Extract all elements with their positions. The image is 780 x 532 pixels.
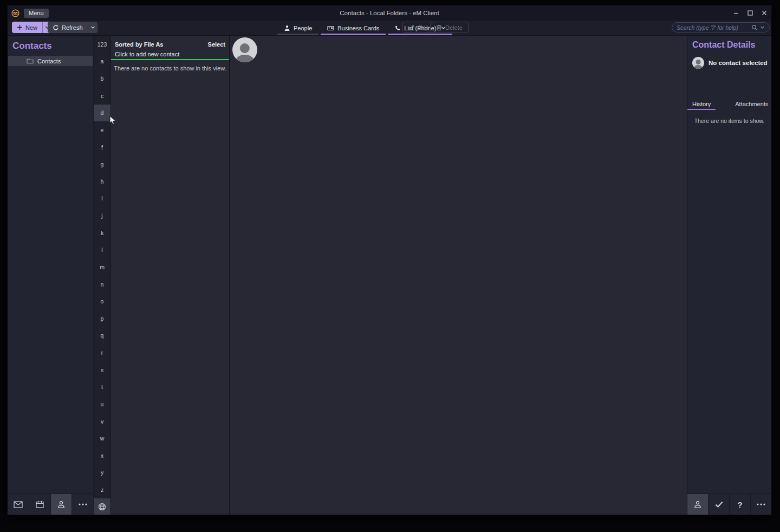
sorted-by-label[interactable]: Sorted by File As bbox=[115, 41, 163, 48]
window-title: Contacts - Local Folders - eM Client bbox=[8, 10, 771, 16]
alphabet-item-h[interactable]: h bbox=[94, 173, 110, 190]
contact-avatar-placeholder bbox=[232, 37, 257, 62]
contact-list: Sorted by File As Select Click to add ne… bbox=[111, 36, 230, 515]
search-input[interactable] bbox=[677, 24, 751, 31]
no-contact-row: No contact selected bbox=[687, 50, 771, 69]
details-tabs: History Attachments bbox=[687, 98, 771, 110]
list-header: Sorted by File As Select bbox=[111, 36, 229, 49]
window-controls bbox=[729, 5, 771, 21]
tab-attachments[interactable]: Attachments bbox=[730, 101, 773, 107]
more-icon[interactable] bbox=[72, 494, 93, 515]
sidebar-item-contacts[interactable]: Contacts bbox=[8, 56, 93, 66]
contacts-icon[interactable] bbox=[687, 494, 708, 515]
alphabet-item-i[interactable]: i bbox=[94, 190, 110, 207]
alphabet-item-b[interactable]: b bbox=[94, 70, 110, 87]
alphabet-item-123[interactable]: 123 bbox=[94, 36, 110, 53]
search-dropdown-chevron-icon[interactable] bbox=[760, 25, 765, 30]
details-title: Contact Details bbox=[687, 36, 771, 50]
tab-history[interactable]: History bbox=[687, 101, 716, 107]
alphabet-item-o[interactable]: o bbox=[94, 293, 110, 310]
mail-icon[interactable] bbox=[8, 494, 29, 515]
maximize-icon[interactable] bbox=[743, 5, 757, 21]
alphabet-item-x[interactable]: x bbox=[94, 447, 110, 464]
active-tab-underline bbox=[687, 109, 716, 110]
alphabet-item-p[interactable]: p bbox=[94, 310, 110, 327]
alphabet-item-r[interactable]: r bbox=[94, 344, 110, 361]
close-icon[interactable] bbox=[757, 5, 771, 21]
alphabet-item-c[interactable]: c bbox=[94, 87, 110, 105]
alphabet-item-d[interactable]: d bbox=[94, 105, 110, 122]
alphabet-item-g[interactable]: g bbox=[94, 155, 110, 173]
contact-details-panel: Contact Details No contact selected Hist… bbox=[687, 36, 771, 515]
main-view bbox=[230, 36, 687, 515]
alphabet-item-w[interactable]: w bbox=[94, 430, 110, 447]
add-new-contact-row[interactable]: Click to add new contact bbox=[111, 49, 229, 60]
trash-icon bbox=[436, 24, 442, 31]
content: Contacts Contacts 123abcdefghijklmnopqrs… bbox=[8, 36, 771, 515]
app-window: Menu Contacts - Local Folders - eM Clien… bbox=[8, 5, 771, 515]
list-empty-message: There are no contacts to show in this vi… bbox=[111, 65, 229, 72]
delete-button-label: Delete bbox=[445, 24, 463, 31]
toolbar: New Refresh People Business Cards bbox=[8, 21, 771, 36]
alphabet-index: 123abcdefghijklmnopqrstuvwxyz bbox=[93, 36, 111, 515]
refresh-dropdown-chevron-icon[interactable] bbox=[88, 22, 98, 33]
tasks-check-icon[interactable] bbox=[708, 494, 730, 515]
help-icon[interactable]: ? bbox=[730, 494, 751, 515]
tab-business-cards[interactable]: Business Cards bbox=[320, 21, 387, 35]
more-icon[interactable] bbox=[751, 494, 771, 515]
alphabet-item-q[interactable]: q bbox=[94, 327, 110, 345]
sidebar-title: Contacts bbox=[8, 36, 93, 56]
titlebar: Menu Contacts - Local Folders - eM Clien… bbox=[8, 5, 771, 21]
left-footer-nav bbox=[8, 494, 93, 515]
alphabet-item-f[interactable]: f bbox=[94, 139, 110, 156]
select-button[interactable]: Select bbox=[208, 41, 225, 48]
app-logo-icon bbox=[11, 9, 20, 17]
alphabet-item-l[interactable]: l bbox=[94, 242, 110, 259]
menu-button[interactable]: Menu bbox=[24, 9, 49, 18]
pencil-icon bbox=[408, 24, 415, 31]
alphabet-item-k[interactable]: k bbox=[94, 224, 110, 242]
business-card-icon bbox=[327, 25, 334, 31]
refresh-button-label: Refresh bbox=[62, 24, 83, 31]
right-footer-nav: ? bbox=[687, 494, 771, 515]
alphabet-item-s[interactable]: s bbox=[94, 361, 110, 379]
details-empty-message: There are no items to show. bbox=[687, 118, 771, 124]
search-box[interactable] bbox=[672, 22, 770, 33]
plus-icon bbox=[17, 24, 23, 30]
sidebar-item-label: Contacts bbox=[37, 58, 61, 64]
alphabet-item-a[interactable]: a bbox=[94, 53, 110, 70]
new-button[interactable]: New bbox=[12, 22, 52, 33]
globe-icon[interactable] bbox=[94, 498, 110, 515]
details-avatar-placeholder bbox=[692, 57, 704, 69]
alphabet-item-y[interactable]: y bbox=[94, 464, 110, 482]
contacts-icon[interactable] bbox=[51, 494, 73, 515]
alphabet-item-e[interactable]: e bbox=[94, 121, 110, 139]
edit-button-label: Edit bbox=[418, 24, 428, 31]
alphabet-item-m[interactable]: m bbox=[94, 258, 110, 276]
calendar-icon[interactable] bbox=[29, 494, 51, 515]
tab-people[interactable]: People bbox=[276, 21, 320, 35]
tab-people-label: People bbox=[294, 25, 312, 31]
tab-business-cards-label: Business Cards bbox=[337, 25, 379, 31]
phone-icon bbox=[394, 25, 401, 31]
alphabet-item-u[interactable]: u bbox=[94, 395, 110, 413]
alphabet-item-j[interactable]: j bbox=[94, 207, 110, 224]
alphabet-item-v[interactable]: v bbox=[94, 413, 110, 430]
no-contact-label: No contact selected bbox=[708, 60, 768, 66]
search-icon[interactable] bbox=[751, 24, 758, 31]
person-icon bbox=[284, 25, 290, 31]
alphabet-item-n[interactable]: n bbox=[94, 276, 110, 293]
minimize-icon[interactable] bbox=[729, 5, 743, 21]
refresh-icon bbox=[53, 24, 59, 31]
delete-button[interactable]: Delete bbox=[430, 22, 469, 33]
sidebar: Contacts Contacts bbox=[8, 36, 93, 515]
refresh-button[interactable]: Refresh bbox=[48, 22, 98, 33]
folder-icon bbox=[27, 58, 34, 64]
alphabet-item-z[interactable]: z bbox=[94, 481, 110, 498]
alphabet-item-t[interactable]: t bbox=[94, 379, 110, 396]
new-button-label: New bbox=[25, 24, 37, 31]
